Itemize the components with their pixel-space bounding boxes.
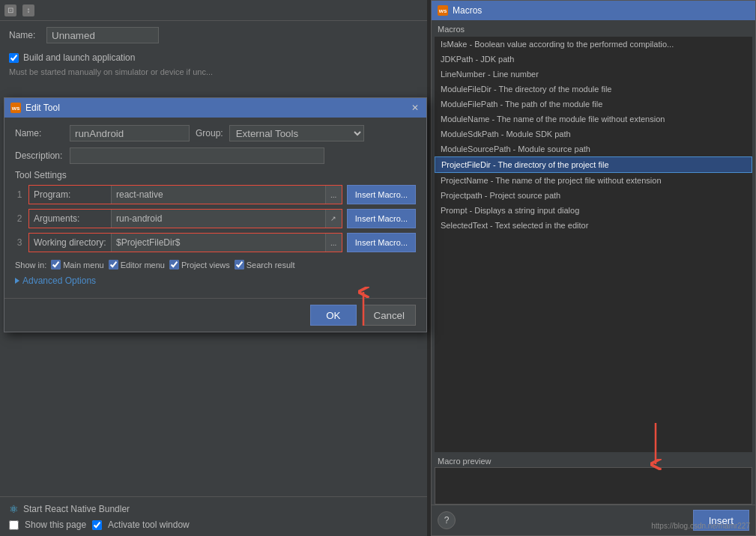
macro-preview-label: Macro preview xyxy=(432,452,755,467)
show-page-label: Show this page xyxy=(25,520,86,530)
titlebar-left: ws Edit Tool xyxy=(10,103,60,113)
row-num-2: 2 xyxy=(15,213,24,224)
watermark: https://blog.csdn.ne/mamr227 xyxy=(651,522,750,530)
macros-ws-logo: ws xyxy=(438,5,448,16)
arguments-label: Arguments: xyxy=(29,210,112,228)
working-dir-field-box: Working directory: ... xyxy=(28,233,342,252)
tool-fields: 1 Program: ... Insert Macro... 2 Argumen… xyxy=(15,185,416,252)
description-input[interactable] xyxy=(70,147,324,164)
macro-item-modulesourcepath[interactable]: ModuleSourcePath - Module source path xyxy=(435,141,752,156)
program-label: Program: xyxy=(29,186,112,204)
macro-item-modulefiledir[interactable]: ModuleFileDir - The directory of the mod… xyxy=(435,82,752,97)
advanced-options-row[interactable]: Advanced Options xyxy=(15,275,416,286)
show-in-project-views: Project views xyxy=(169,260,230,269)
arguments-row: 2 Arguments: ↗ Insert Macro... xyxy=(15,209,416,228)
project-views-label: Project views xyxy=(181,261,230,269)
macro-item-prompt[interactable]: Prompt - Displays a string input dialog xyxy=(435,203,752,218)
macro-item-jdkpath[interactable]: JDKPath - JDK path xyxy=(435,52,752,67)
edit-tool-dialog: ws Edit Tool ✕ Name: Group: External Too… xyxy=(4,97,427,332)
macros-panel: ws Macros Macros IsMake - Boolean value … xyxy=(431,0,756,536)
editor-menu-label: Editor menu xyxy=(121,261,165,269)
main-menu-label: Main menu xyxy=(63,261,103,269)
program-input[interactable] xyxy=(112,186,325,204)
activate-tool-label: Activate tool window xyxy=(108,520,190,530)
macro-preview-box xyxy=(435,467,752,505)
ide-name-label: Name: xyxy=(9,30,39,40)
program-field-box: Program: ... xyxy=(28,185,342,204)
dialog-title: Edit Tool xyxy=(25,103,60,113)
show-in-main-menu: Main menu xyxy=(51,260,103,269)
macros-footer: ? Insert xyxy=(432,505,755,535)
bundler-label: Start React Native Bundler xyxy=(23,504,130,514)
ide-name-input[interactable] xyxy=(46,27,159,43)
macro-item-modulename[interactable]: ModuleName - The name of the module file… xyxy=(435,112,752,127)
build-label: Build and launch application xyxy=(23,52,135,63)
ide-bottom-area: ⚛ Start React Native Bundler Show this p… xyxy=(0,496,427,536)
description-row: Description: xyxy=(15,147,416,164)
dialog-body: Name: Group: External Tools Description:… xyxy=(4,118,426,293)
macro-item-modulesdkpath[interactable]: ModuleSdkPath - Module SDK path xyxy=(435,127,752,141)
name-input[interactable] xyxy=(70,125,190,141)
macros-title: Macros xyxy=(453,5,482,16)
dialog-close-button[interactable]: ✕ xyxy=(410,103,420,113)
build-checkbox[interactable] xyxy=(9,53,19,63)
toolbar-icon-1: ⊡ xyxy=(4,4,16,16)
macros-list[interactable]: IsMake - Boolean value according to the … xyxy=(435,37,752,452)
group-label: Group: xyxy=(196,128,223,138)
working-dir-row: 3 Working directory: ... Insert Macro... xyxy=(15,233,416,252)
description-label: Description: xyxy=(15,150,64,161)
macro-item-modulefilepath[interactable]: ModuleFilePath - The path of the module … xyxy=(435,97,752,112)
activate-tool-checkbox[interactable] xyxy=(92,520,102,530)
arguments-field-box: Arguments: ↗ xyxy=(28,209,342,228)
ide-desc-text: Must be started manually on simulator or… xyxy=(0,66,427,78)
working-dir-browse-btn[interactable]: ... xyxy=(325,234,342,252)
macro-item-ismake[interactable]: IsMake - Boolean value according to the … xyxy=(435,37,752,52)
macro-item-projectname[interactable]: ProjectName - The name of the project fi… xyxy=(435,173,752,188)
working-dir-label: Working directory: xyxy=(29,234,112,252)
ide-name-row: Name: xyxy=(0,21,427,49)
ide-build-row: Build and launch application xyxy=(0,49,427,66)
group-select[interactable]: External Tools xyxy=(229,125,364,141)
program-row: 1 Program: ... Insert Macro... xyxy=(15,185,416,204)
macro-item-selectedtext[interactable]: SelectedText - Text selected in the edit… xyxy=(435,218,752,233)
project-views-checkbox[interactable] xyxy=(169,260,179,269)
ide-toolbar: ⊡ ↕ xyxy=(0,0,427,21)
tool-settings-title: Tool Settings xyxy=(15,170,416,180)
macro-item-linenumber[interactable]: LineNumber - Line number xyxy=(435,67,752,82)
search-results-checkbox[interactable] xyxy=(235,260,244,269)
macros-titlebar: ws Macros xyxy=(432,1,755,20)
bundler-icon: ⚛ xyxy=(9,503,19,515)
program-insert-macro-btn[interactable]: Insert Macro... xyxy=(347,185,416,204)
search-results-label: Search result xyxy=(247,261,295,269)
arguments-input[interactable] xyxy=(112,210,325,228)
name-group-row: Name: Group: External Tools xyxy=(15,125,416,141)
ws-logo: ws xyxy=(10,103,21,113)
working-dir-insert-macro-btn[interactable]: Insert Macro... xyxy=(347,233,416,252)
row-num-3: 3 xyxy=(15,237,24,248)
arguments-insert-macro-btn[interactable]: Insert Macro... xyxy=(347,209,416,228)
macro-item-projectpath[interactable]: Projectpath - Project source path xyxy=(435,188,752,203)
advanced-options-triangle xyxy=(15,278,19,284)
working-dir-input[interactable] xyxy=(112,234,325,252)
bundler-row: ⚛ Start React Native Bundler xyxy=(9,503,418,515)
show-in-search-results: Search result xyxy=(235,260,295,269)
arguments-expand-btn[interactable]: ↗ xyxy=(325,210,342,228)
toolbar-icon-2: ↕ xyxy=(22,4,34,16)
name-label: Name: xyxy=(15,128,64,138)
show-in-editor-menu: Editor menu xyxy=(109,260,165,269)
row-num-1: 1 xyxy=(15,189,24,200)
editor-menu-checkbox[interactable] xyxy=(109,260,118,269)
show-page-checkbox[interactable] xyxy=(9,520,19,530)
ok-button[interactable]: OK xyxy=(310,305,356,326)
advanced-options-label: Advanced Options xyxy=(22,275,96,286)
show-in-label: Show in: xyxy=(15,261,46,269)
macros-help-button[interactable]: ? xyxy=(438,511,456,529)
macro-item-projectfiledir[interactable]: ProjectFileDir - The directory of the pr… xyxy=(435,156,752,173)
program-browse-btn[interactable]: ... xyxy=(325,186,342,204)
show-in-row: Show in: Main menu Editor menu Project v… xyxy=(15,260,416,269)
cancel-button[interactable]: Cancel xyxy=(363,305,417,326)
macros-section-label: Macros xyxy=(432,20,755,37)
main-menu-checkbox[interactable] xyxy=(51,260,61,269)
dialog-titlebar: ws Edit Tool ✕ xyxy=(4,98,426,118)
show-page-row: Show this page Activate tool window xyxy=(9,520,418,530)
